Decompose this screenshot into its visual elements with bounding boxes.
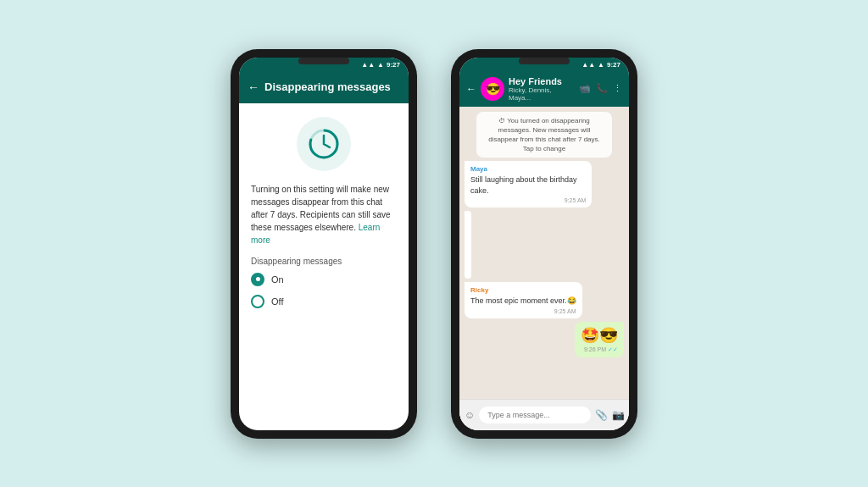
video-call-icon[interactable]: 📹 — [579, 83, 591, 94]
more-options-icon[interactable]: ⋮ — [613, 83, 622, 94]
chat-header-info: Hey Friends Ricky, Dennis, Maya... — [509, 76, 575, 102]
chat-back-button[interactable]: ← — [466, 83, 476, 95]
radio-on-circle — [251, 273, 264, 286]
back-button-1[interactable]: ← — [248, 80, 259, 94]
message-ricky: Ricky The most epic moment ever.😂 9:25 A… — [465, 282, 582, 318]
chat-input-bar: ☺ 📎 📷 🎤 — [459, 399, 629, 430]
phone-notch-2 — [519, 58, 570, 64]
camera-button[interactable]: 📷 — [612, 409, 625, 421]
msg-time-maya: 9:25 AM — [470, 197, 586, 203]
phone-screen-2: ▲▲ ▲ 9:27 ← 😎 Hey Friends Ricky, Dennis,… — [459, 58, 629, 430]
msg-time-outgoing: 9:26 PM ✓✓ — [581, 346, 618, 353]
signal-icon-1: ▲▲ — [361, 61, 375, 69]
timer-circle — [297, 117, 351, 171]
timer-icon-wrap — [251, 117, 397, 171]
radio-off[interactable]: Off — [251, 295, 397, 308]
app-bar-1: ← Disappearing messages — [239, 71, 409, 103]
screen-title-1: Disappearing messages — [264, 80, 400, 93]
timer-system-icon: ⏱ — [498, 117, 507, 125]
wifi-icon-2: ▲ — [598, 61, 604, 69]
radio-on[interactable]: On — [251, 273, 397, 286]
timer-svg — [307, 127, 341, 161]
chat-header: ← 😎 Hey Friends Ricky, Dennis, Maya... 📹… — [459, 71, 629, 107]
radio-off-circle — [251, 295, 264, 308]
chat-header-icons: 📹 📞 ⋮ — [579, 83, 622, 94]
message-outgoing-emoji: 🤩😎 9:26 PM ✓✓ — [575, 322, 624, 357]
group-avatar: 😎 — [481, 77, 504, 101]
wifi-icon-1: ▲ — [377, 61, 384, 69]
chat-body: ⏱ You turned on disappearing messages. N… — [459, 107, 629, 399]
msg-time-ricky: 9:25 AM — [470, 308, 576, 314]
chat-members: Ricky, Dennis, Maya... — [509, 86, 575, 102]
voice-call-icon[interactable]: 📞 — [596, 83, 608, 94]
msg-text-maya: Still laughing about the birthday cake. — [470, 174, 586, 196]
chat-name: Hey Friends — [509, 76, 575, 86]
radio-on-label: On — [271, 274, 284, 285]
sender-maya: Maya — [470, 165, 586, 173]
chat-screen: ⏱ You turned on disappearing messages. N… — [459, 107, 629, 430]
phone-1: ▲▲ ▲ 9:27 ← Disappearing messages — [231, 49, 417, 439]
disappearing-screen: Turning on this setting will make new me… — [239, 103, 409, 430]
sender-ricky: Ricky — [470, 286, 576, 294]
radio-off-label: Off — [271, 296, 283, 307]
msg-text-ricky: The most epic moment ever.😂 — [470, 296, 576, 307]
message-input[interactable] — [479, 407, 591, 423]
signal-icon-2: ▲▲ — [581, 61, 595, 69]
section-label: Disappearing messages — [251, 257, 397, 266]
system-message[interactable]: ⏱ You turned on disappearing messages. N… — [476, 112, 612, 158]
outgoing-emoji-text: 🤩😎 — [581, 326, 618, 345]
description-text: Turning on this setting will make new me… — [251, 183, 397, 246]
message-maya-text: Maya Still laughing about the birthday c… — [465, 161, 592, 208]
phone-screen-1: ▲▲ ▲ 9:27 ← Disappearing messages — [239, 58, 409, 430]
disappearing-content: Turning on this setting will make new me… — [239, 103, 409, 430]
message-cake-image: 9:25 AM — [465, 211, 471, 279]
time-1: 9:27 — [387, 61, 400, 69]
phone-2: ▲▲ ▲ 9:27 ← 😎 Hey Friends Ricky, Dennis,… — [451, 49, 637, 439]
emoji-button[interactable]: ☺ — [465, 409, 475, 421]
double-check-icon: ✓✓ — [608, 346, 618, 352]
attach-button[interactable]: 📎 — [595, 409, 608, 421]
phone-notch-1 — [298, 58, 349, 64]
time-2: 9:27 — [607, 61, 620, 69]
